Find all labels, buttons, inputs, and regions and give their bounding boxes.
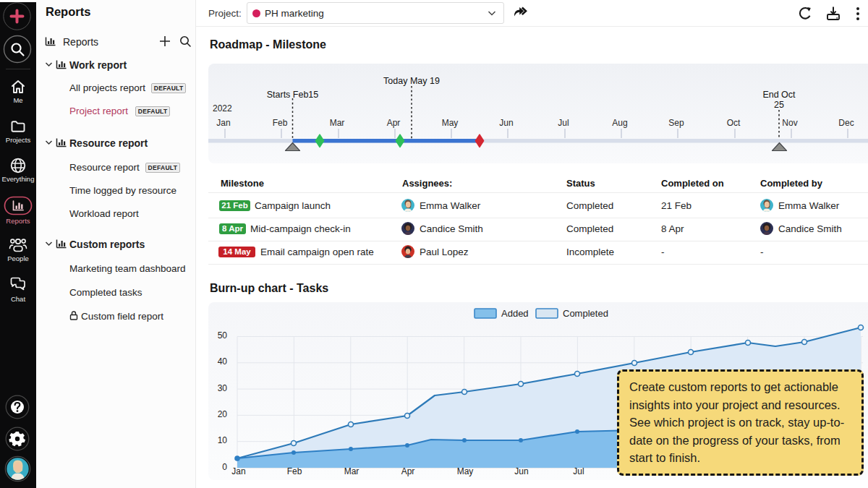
svg-text:Feb: Feb [287, 466, 302, 476]
svg-text:Completed: Completed [563, 308, 608, 319]
svg-text:May: May [457, 466, 474, 476]
svg-text:Jun: Jun [514, 466, 528, 476]
svg-text:20: 20 [218, 409, 228, 419]
svg-text:Apr: Apr [401, 466, 415, 476]
svg-text:Jul: Jul [573, 466, 584, 476]
svg-text:Jan: Jan [231, 466, 245, 476]
svg-text:10: 10 [218, 435, 228, 445]
svg-text:Added: Added [501, 308, 529, 319]
svg-text:40: 40 [218, 356, 228, 367]
svg-text:50: 50 [218, 330, 228, 341]
svg-text:0: 0 [222, 462, 227, 472]
svg-text:30: 30 [218, 383, 228, 393]
svg-text:Mar: Mar [344, 466, 359, 476]
